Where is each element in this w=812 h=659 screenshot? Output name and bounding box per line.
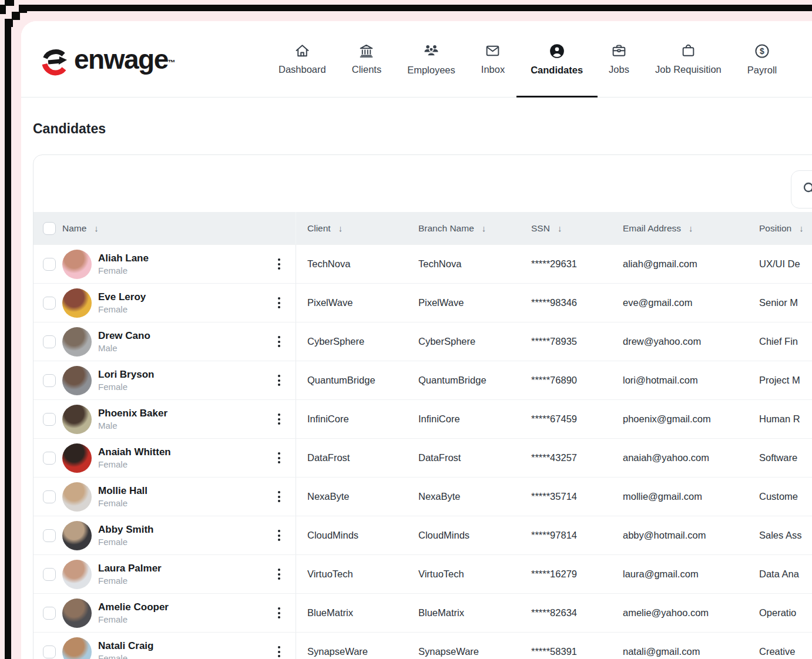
candidate-gender: Female: [98, 459, 263, 470]
nav-tab-employees[interactable]: Employees: [394, 21, 468, 97]
ssn-cell: *****43257: [531, 452, 623, 463]
sort-arrow-icon[interactable]: ↓: [558, 223, 562, 233]
table-row[interactable]: Drew Cano Male CyberSphere CyberSphere *…: [33, 322, 812, 361]
row-checkbox[interactable]: [43, 568, 56, 581]
client-cell: CyberSphere: [296, 322, 418, 361]
position-cell: UX/UI De: [759, 258, 812, 270]
column-header-position[interactable]: Position ↓: [759, 223, 812, 234]
kebab-menu-icon[interactable]: [272, 410, 286, 428]
row-checkbox[interactable]: [43, 607, 56, 620]
table-row[interactable]: Lori Bryson Female QuantumBridge Quantum…: [33, 361, 812, 399]
row-checkbox[interactable]: [43, 335, 56, 348]
nav-tab-inbox[interactable]: Inbox: [468, 21, 518, 97]
client-cell: BlueMatrix: [296, 594, 418, 632]
row-checkbox[interactable]: [43, 413, 56, 426]
table-row[interactable]: Anaiah Whitten Female DataFrost DataFros…: [33, 438, 812, 477]
kebab-menu-icon[interactable]: [272, 487, 286, 506]
table-row[interactable]: Amelie Cooper Female BlueMatrix BlueMatr…: [33, 593, 812, 632]
trademark: ™: [168, 58, 176, 66]
kebab-menu-icon[interactable]: [272, 371, 286, 389]
sort-arrow-icon[interactable]: ↓: [799, 223, 804, 233]
kebab-menu-icon[interactable]: [272, 604, 286, 622]
email-cell: anaiah@yahoo.com: [623, 452, 759, 463]
client-cell: QuantumBridge: [296, 361, 418, 399]
row-checkbox[interactable]: [43, 529, 56, 542]
sort-arrow-icon[interactable]: ↓: [338, 223, 343, 233]
client-cell: SynapseWare: [296, 633, 418, 659]
search-box[interactable]: [791, 170, 812, 209]
kebab-menu-icon[interactable]: [272, 643, 286, 659]
kebab-menu-icon[interactable]: [272, 526, 286, 544]
sort-arrow-icon[interactable]: ↓: [482, 223, 486, 233]
candidate-gender: Female: [98, 304, 263, 315]
email-cell: aliah@gmail.com: [623, 258, 759, 270]
enwage-logo: enwage™: [40, 42, 176, 77]
client-cell: TechNova: [296, 245, 418, 283]
select-all-checkbox[interactable]: [43, 222, 56, 235]
candidate-name: Natali Craig: [98, 639, 263, 653]
nav-tab-clients[interactable]: Clients: [339, 21, 394, 97]
table-row[interactable]: Laura Palmer Female VirtuoTech VirtuoTec…: [33, 554, 812, 593]
column-header-email[interactable]: Email Address ↓: [623, 223, 759, 234]
client-cell: NexaByte: [296, 478, 418, 516]
nav-label: Dashboard: [279, 64, 326, 75]
row-checkbox[interactable]: [43, 645, 56, 658]
candidate-gender: Male: [98, 420, 263, 432]
branch-cell: CloudMinds: [418, 530, 531, 541]
nav-label: Candidates: [531, 65, 583, 76]
kebab-menu-icon[interactable]: [272, 565, 286, 583]
table-body: Aliah Lane Female TechNova TechNova ****…: [33, 244, 812, 659]
client-cell: InfiniCore: [296, 400, 418, 438]
candidate-name: Abby Smith: [98, 523, 263, 536]
row-checkbox[interactable]: [43, 490, 56, 503]
ssn-cell: *****29631: [531, 258, 623, 270]
email-cell: phoenix@gmail.com: [623, 413, 759, 425]
kebab-menu-icon[interactable]: [272, 255, 286, 273]
branch-cell: DataFrost: [418, 452, 531, 463]
table-row[interactable]: Abby Smith Female CloudMinds CloudMinds …: [33, 516, 812, 554]
bank-icon: [358, 43, 374, 59]
avatar: [62, 250, 92, 279]
candidate-name: Mollie Hall: [98, 484, 263, 497]
column-header-client[interactable]: Client ↓: [296, 212, 418, 244]
sort-arrow-icon[interactable]: ↓: [689, 223, 693, 233]
table-row[interactable]: Mollie Hall Female NexaByte NexaByte ***…: [33, 477, 812, 516]
client-cell: VirtuoTech: [296, 555, 418, 593]
row-checkbox[interactable]: [43, 452, 56, 465]
client-cell: DataFrost: [296, 439, 418, 477]
row-checkbox[interactable]: [43, 258, 56, 271]
row-checkbox[interactable]: [43, 374, 56, 387]
branch-cell: InfiniCore: [418, 413, 531, 425]
nav-tab-candidates[interactable]: Candidates: [518, 21, 596, 97]
position-cell: Software: [759, 452, 812, 463]
candidate-gender: Female: [98, 653, 263, 659]
kebab-menu-icon[interactable]: [272, 294, 286, 312]
ssn-cell: *****97814: [531, 530, 623, 541]
table-row[interactable]: Natali Craig Female SynapseWare SynapseW…: [33, 632, 812, 659]
table-row[interactable]: Eve Leroy Female PixelWave PixelWave ***…: [33, 283, 812, 322]
column-header-branch[interactable]: Branch Name ↓: [418, 223, 531, 234]
ssn-cell: *****76890: [531, 375, 623, 386]
frame-corner-step: [19, 5, 27, 13]
nav-tab-jobs[interactable]: Jobs: [596, 21, 642, 97]
row-checkbox[interactable]: [43, 297, 56, 310]
frame-corner-step: [5, 19, 13, 27]
kebab-menu-icon[interactable]: [272, 449, 286, 467]
column-header-ssn[interactable]: SSN ↓: [531, 223, 623, 234]
nav-tab-payroll[interactable]: $ Payroll: [734, 21, 790, 97]
kebab-menu-icon[interactable]: [272, 332, 286, 351]
nav-tab-job-requisition[interactable]: Job Requisition: [642, 21, 734, 97]
person-circle-icon: [549, 43, 565, 59]
avatar: [62, 327, 92, 357]
candidate-name: Drew Cano: [98, 329, 263, 342]
sort-arrow-icon[interactable]: ↓: [94, 223, 99, 233]
table-row[interactable]: Phoenix Baker Male InfiniCore InfiniCore…: [33, 399, 812, 438]
position-cell: Operatio: [759, 607, 812, 618]
table-row[interactable]: Aliah Lane Female TechNova TechNova ****…: [33, 244, 812, 283]
email-cell: mollie@gmail.com: [623, 491, 759, 502]
branch-cell: NexaByte: [418, 491, 531, 502]
column-header-name[interactable]: Name ↓: [62, 223, 296, 234]
avatar: [62, 288, 92, 318]
nav-tab-dashboard[interactable]: Dashboard: [266, 21, 339, 97]
client-cell: CloudMinds: [296, 516, 418, 554]
